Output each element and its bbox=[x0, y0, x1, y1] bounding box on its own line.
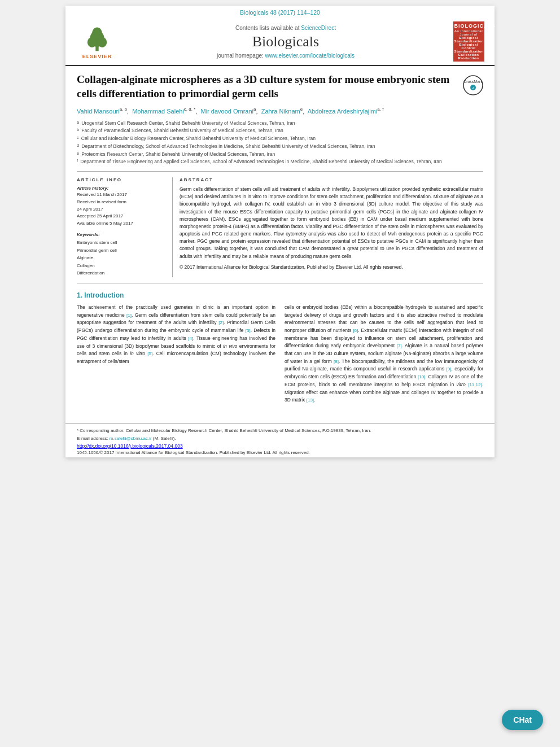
article-title-section: Collagen-alginate microspheres as a 3D c… bbox=[77, 73, 483, 101]
science-direct-link[interactable]: ScienceDirect bbox=[301, 25, 336, 31]
journal-header-center: Contents lists available at ScienceDirec… bbox=[125, 25, 446, 59]
elsevier-tree-icon bbox=[80, 24, 114, 53]
doi-line: http://dx.doi.org/10.1016/j.biologicals.… bbox=[77, 443, 483, 449]
abstract-copyright: © 2017 International Alliance for Biolog… bbox=[180, 264, 483, 271]
affiliation-e: e Proteomics Research Center, Shahid Beh… bbox=[77, 151, 483, 158]
ref-8[interactable]: [8] bbox=[334, 359, 339, 364]
article-dates: Received 11 March 2017 Received in revis… bbox=[77, 191, 167, 228]
article-title: Collagen-alginate microspheres as a 3D c… bbox=[77, 73, 458, 101]
article-info-heading: ARTICLE INFO bbox=[77, 177, 167, 182]
ref-11-12[interactable]: [11,12] bbox=[468, 382, 482, 387]
svg-point-4 bbox=[92, 27, 102, 40]
article-page: Biologicals 48 (2017) 114–120 ELSEVIER C… bbox=[65, 6, 495, 457]
ref-5[interactable]: [5] bbox=[147, 351, 152, 356]
elsevier-label: ELSEVIER bbox=[82, 54, 112, 59]
ref-10[interactable]: [10] bbox=[418, 374, 425, 379]
introduction-section: 1. Introduction The achievement of the p… bbox=[77, 291, 483, 408]
article-body: Collagen-alginate microspheres as a 3D c… bbox=[65, 66, 495, 423]
corresponding-note: * Corresponding author. Cellular and Mol… bbox=[77, 427, 483, 434]
affiliation-d: d Department of Biotechnology, School of… bbox=[77, 143, 483, 150]
keyword-diff: Differentiation bbox=[77, 269, 167, 277]
affiliation-f: f Department of Tissue Engineering and A… bbox=[77, 158, 483, 165]
ref-13[interactable]: [13] bbox=[307, 397, 314, 403]
affiliation-c: c Cellular and Molecular Biology Researc… bbox=[77, 135, 483, 142]
chat-button[interactable]: CHat bbox=[502, 710, 543, 730]
journal-homepage: journal homepage: www.elsevier.com/locat… bbox=[125, 53, 446, 59]
keyword-alginate: Alginate bbox=[77, 254, 167, 262]
svg-text:✓: ✓ bbox=[472, 86, 475, 90]
elsevier-logo: ELSEVIER bbox=[75, 24, 120, 59]
issn-line: 1045-1056/© 2017 International Alliance … bbox=[77, 450, 483, 455]
article-info: ARTICLE INFO Article history: Received 1… bbox=[77, 177, 173, 277]
intro-col-right: cells or embryoid bodies (EBs) within a … bbox=[285, 304, 483, 408]
ref-6[interactable]: [6] bbox=[353, 328, 358, 333]
ref-4[interactable]: [4] bbox=[188, 336, 193, 341]
abstract-heading: ABSTRACT bbox=[180, 177, 483, 182]
keyword-esc: Embryonic stem cell bbox=[77, 239, 167, 247]
keyword-pgc: Primordial germ cell bbox=[77, 247, 167, 255]
ref-9[interactable]: [9] bbox=[447, 366, 452, 372]
journal-homepage-link[interactable]: www.elsevier.com/locate/biologicals bbox=[265, 53, 355, 59]
ref-3[interactable]: [3] bbox=[246, 328, 251, 333]
page-footer: * Corresponding author. Cellular and Mol… bbox=[65, 423, 495, 457]
crossmark-icon: CrossMark ✓ bbox=[463, 75, 483, 95]
abstract-text: Germ cells differentiation of stem cells… bbox=[180, 186, 483, 271]
journal-title: Biologicals bbox=[125, 33, 446, 50]
ref-2[interactable]: [2] bbox=[218, 320, 224, 325]
section-title: 1. Introduction bbox=[77, 291, 483, 299]
email-line: E-mail address: m.salehi@sbmu.ac.ir (M. … bbox=[77, 435, 483, 442]
affiliation-b: b Faculty of Paramedical Sciences, Shahi… bbox=[77, 127, 483, 134]
email-link[interactable]: m.salehi@sbmu.ac.ir bbox=[110, 436, 152, 441]
authors-line: Vahid Mansouria, b, Mohammad Salehic, d,… bbox=[77, 106, 483, 116]
author-mansouri[interactable]: Vahid Mansouri bbox=[77, 108, 120, 115]
two-column-layout: The achievement of the practically used … bbox=[77, 304, 483, 408]
bio-logo-box: BIOLOGICALS An International Journal of … bbox=[453, 21, 484, 62]
ref-1[interactable]: [1] bbox=[126, 313, 132, 318]
journal-header: ELSEVIER Contents lists available at Sci… bbox=[65, 17, 495, 66]
doi-link[interactable]: http://dx.doi.org/10.1016/j.biologicals.… bbox=[77, 443, 183, 449]
article-info-abstract-section: ARTICLE INFO Article history: Received 1… bbox=[77, 171, 483, 283]
author-omrani[interactable]: Mir davood Omrani bbox=[200, 108, 253, 115]
affiliations: a Urogenital Stem Cell Research Center, … bbox=[77, 120, 483, 166]
intro-col-left: The achievement of the practically used … bbox=[77, 304, 275, 408]
article-history-label: Article history: bbox=[77, 186, 167, 191]
abstract-section: ABSTRACT Germ cells differentiation of s… bbox=[180, 177, 483, 277]
author-niknam[interactable]: Zahra Niknam bbox=[261, 108, 300, 115]
author-salehi[interactable]: Mohammad Salehi bbox=[132, 108, 184, 115]
keyword-collagen: Collagen bbox=[77, 262, 167, 270]
keywords-label: Keywords: bbox=[77, 232, 167, 237]
keywords-list: Embryonic stem cell Primordial germ cell… bbox=[77, 239, 167, 277]
affiliation-a: a Urogenital Stem Cell Research Center, … bbox=[77, 120, 483, 127]
intro-p1: The achievement of the practically used … bbox=[77, 304, 275, 366]
science-direct-line: Contents lists available at ScienceDirec… bbox=[125, 25, 446, 31]
ref-7[interactable]: [7] bbox=[397, 343, 402, 348]
journal-ref: Biologicals 48 (2017) 114–120 bbox=[65, 6, 495, 17]
biologicals-logo: BIOLOGICALS An International Journal of … bbox=[452, 21, 485, 62]
svg-text:CrossMark: CrossMark bbox=[463, 80, 483, 84]
author-ardeshiry[interactable]: Abdolreza Ardeshirylajimi bbox=[308, 108, 378, 115]
intro-p2: cells or embryoid bodies (EBs) within a … bbox=[285, 304, 483, 404]
